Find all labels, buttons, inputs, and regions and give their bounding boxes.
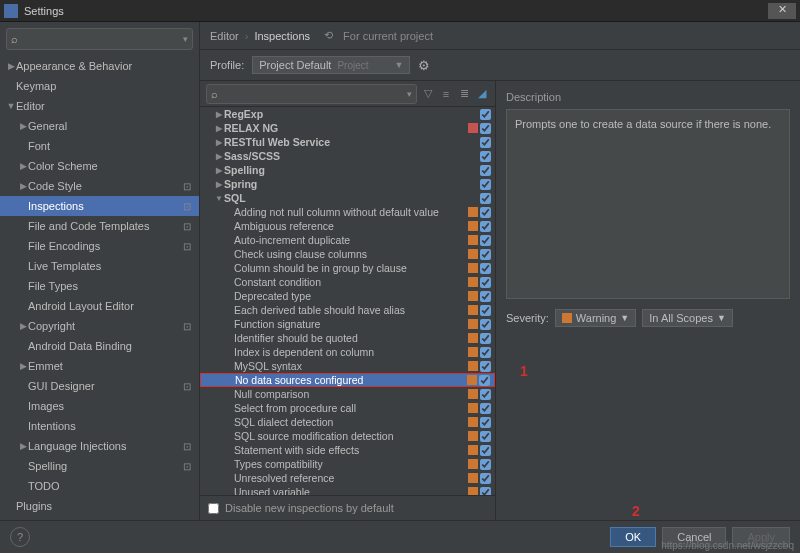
sidebar-item-general[interactable]: ▶General — [0, 116, 199, 136]
item-checkbox[interactable] — [480, 221, 491, 232]
inspection-group-spelling[interactable]: ▶Spelling — [200, 163, 495, 177]
inspection-item[interactable]: MySQL syntax — [200, 359, 495, 373]
inspection-item[interactable]: Deprecated type — [200, 289, 495, 303]
group-checkbox[interactable] — [480, 193, 491, 204]
group-checkbox[interactable] — [480, 123, 491, 134]
sidebar-search[interactable]: ⌕ ▾ — [6, 28, 193, 50]
help-button[interactable]: ? — [10, 527, 30, 547]
sidebar-item-file-encodings[interactable]: File Encodings⊡ — [0, 236, 199, 256]
group-checkbox[interactable] — [480, 165, 491, 176]
item-checkbox[interactable] — [480, 333, 491, 344]
item-checkbox[interactable] — [480, 431, 491, 442]
close-button[interactable]: ✕ — [768, 3, 796, 19]
reset-filter-icon[interactable]: ◢ — [475, 87, 489, 100]
inspection-group-restful-web-service[interactable]: ▶RESTful Web Service — [200, 135, 495, 149]
inspection-item[interactable]: Types compatibility — [200, 457, 495, 471]
item-checkbox[interactable] — [480, 207, 491, 218]
sidebar-item-intentions[interactable]: Intentions — [0, 416, 199, 436]
item-checkbox[interactable] — [480, 473, 491, 484]
sidebar-item-appearance-behavior[interactable]: ▶Appearance & Behavior — [0, 56, 199, 76]
inspection-search-input[interactable] — [218, 88, 407, 100]
inspection-item[interactable]: Select from procedure call — [200, 401, 495, 415]
inspection-item[interactable]: Function signature — [200, 317, 495, 331]
sidebar-search-input[interactable] — [18, 33, 183, 45]
sidebar-item-live-templates[interactable]: Live Templates — [0, 256, 199, 276]
sidebar-item-keymap[interactable]: Keymap — [0, 76, 199, 96]
inspection-item[interactable]: Check using clause columns — [200, 247, 495, 261]
gear-icon[interactable]: ⚙ — [418, 58, 430, 73]
group-checkbox[interactable] — [480, 151, 491, 162]
item-checkbox[interactable] — [480, 249, 491, 260]
scope-select[interactable]: In All Scopes ▼ — [642, 309, 733, 327]
group-checkbox[interactable] — [480, 179, 491, 190]
sidebar-item-spelling[interactable]: Spelling⊡ — [0, 456, 199, 476]
sidebar-item-android-layout-editor[interactable]: Android Layout Editor — [0, 296, 199, 316]
sidebar-item-file-and-code-templates[interactable]: File and Code Templates⊡ — [0, 216, 199, 236]
inspection-group-regexp[interactable]: ▶RegExp — [200, 107, 495, 121]
disable-new-row[interactable]: Disable new inspections by default — [200, 495, 495, 520]
item-checkbox[interactable] — [480, 305, 491, 316]
sidebar-item-editor[interactable]: ▼Editor — [0, 96, 199, 116]
group-checkbox[interactable] — [480, 137, 491, 148]
item-checkbox[interactable] — [480, 291, 491, 302]
item-checkbox[interactable] — [480, 263, 491, 274]
disable-new-checkbox[interactable] — [208, 503, 219, 514]
item-checkbox[interactable] — [480, 235, 491, 246]
crumb-editor[interactable]: Editor — [210, 30, 239, 42]
inspection-item[interactable]: Ambiguous reference — [200, 219, 495, 233]
cancel-button[interactable]: Cancel — [662, 527, 726, 547]
reset-icon[interactable]: ⟲ — [324, 29, 333, 42]
group-checkbox[interactable] — [480, 109, 491, 120]
sidebar-item-todo[interactable]: TODO — [0, 476, 199, 496]
severity-select[interactable]: Warning ▼ — [555, 309, 636, 327]
inspection-item[interactable]: Null comparison — [200, 387, 495, 401]
sidebar-item-file-types[interactable]: File Types — [0, 276, 199, 296]
sidebar-item-font[interactable]: Font — [0, 136, 199, 156]
sidebar-item-gui-designer[interactable]: GUI Designer⊡ — [0, 376, 199, 396]
profile-select[interactable]: Project Default Project ▼ — [252, 56, 410, 74]
sidebar-item-plugins[interactable]: Plugins — [0, 496, 199, 516]
item-checkbox[interactable] — [480, 277, 491, 288]
item-checkbox[interactable] — [480, 417, 491, 428]
inspection-group-spring[interactable]: ▶Spring — [200, 177, 495, 191]
sidebar-item-emmet[interactable]: ▶Emmet — [0, 356, 199, 376]
item-checkbox[interactable] — [479, 375, 490, 386]
item-checkbox[interactable] — [480, 403, 491, 414]
inspection-item[interactable]: Each derived table should have alias — [200, 303, 495, 317]
item-checkbox[interactable] — [480, 347, 491, 358]
dropdown-icon[interactable]: ▾ — [407, 89, 412, 99]
inspection-group-relax-ng[interactable]: ▶RELAX NG — [200, 121, 495, 135]
item-checkbox[interactable] — [480, 389, 491, 400]
sidebar-item-copyright[interactable]: ▶Copyright⊡ — [0, 316, 199, 336]
inspection-group-sql[interactable]: ▼SQL — [200, 191, 495, 205]
sidebar-item-android-data-binding[interactable]: Android Data Binding — [0, 336, 199, 356]
inspection-item[interactable]: Identifier should be quoted — [200, 331, 495, 345]
inspection-search[interactable]: ⌕ ▾ — [206, 84, 417, 104]
inspection-item[interactable]: Constant condition — [200, 275, 495, 289]
sidebar-item-language-injections[interactable]: ▶Language Injections⊡ — [0, 436, 199, 456]
inspection-item[interactable]: Statement with side effects — [200, 443, 495, 457]
item-checkbox[interactable] — [480, 361, 491, 372]
item-checkbox[interactable] — [480, 319, 491, 330]
inspection-item[interactable]: SQL dialect detection — [200, 415, 495, 429]
sidebar-item-images[interactable]: Images — [0, 396, 199, 416]
inspection-item[interactable]: Index is dependent on column — [200, 345, 495, 359]
inspection-group-sass-scss[interactable]: ▶Sass/SCSS — [200, 149, 495, 163]
ok-button[interactable]: OK — [610, 527, 656, 547]
apply-button[interactable]: Apply — [732, 527, 790, 547]
sidebar-item-color-scheme[interactable]: ▶Color Scheme — [0, 156, 199, 176]
expand-icon[interactable]: ≡ — [439, 88, 453, 100]
item-checkbox[interactable] — [480, 487, 491, 496]
inspection-item[interactable]: Auto-increment duplicate — [200, 233, 495, 247]
sidebar-item-version-control[interactable]: ▶Version Control — [0, 516, 199, 520]
inspection-item[interactable]: Unused variable — [200, 485, 495, 495]
inspection-item[interactable]: Column should be in group by clause — [200, 261, 495, 275]
item-checkbox[interactable] — [480, 459, 491, 470]
sidebar-item-inspections[interactable]: Inspections⊡ — [0, 196, 199, 216]
dropdown-icon[interactable]: ▾ — [183, 34, 188, 44]
item-checkbox[interactable] — [480, 445, 491, 456]
inspection-item[interactable]: Adding not null column without default v… — [200, 205, 495, 219]
sidebar-item-code-style[interactable]: ▶Code Style⊡ — [0, 176, 199, 196]
collapse-icon[interactable]: ≣ — [457, 87, 471, 100]
inspection-item[interactable]: SQL source modification detection — [200, 429, 495, 443]
